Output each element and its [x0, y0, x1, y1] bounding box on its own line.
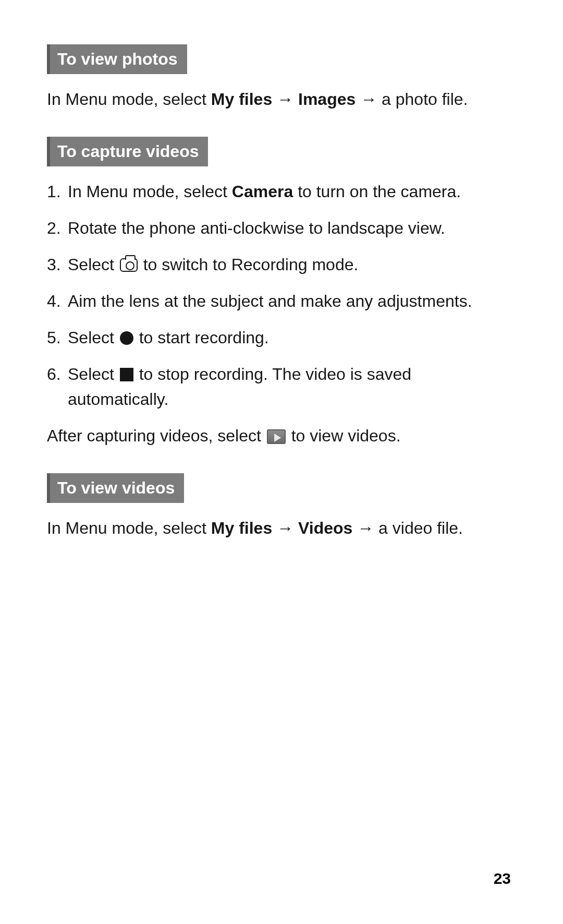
text: to switch to Recording mode. [139, 255, 359, 274]
text: In Menu mode, select [47, 519, 211, 537]
arrow-text: → [356, 90, 382, 109]
text: Select [68, 328, 119, 347]
text: Select [68, 255, 119, 274]
text: Aim the lens at the subject and make any… [68, 292, 472, 310]
step-3: Select to switch to Recording mode. [47, 252, 516, 277]
record-circle-icon [120, 331, 133, 345]
text: After capturing videos, select [47, 426, 266, 445]
text: In Menu mode, select [68, 182, 232, 201]
page-number: 23 [494, 870, 511, 887]
camera-icon [120, 258, 138, 272]
text: a photo file. [382, 90, 468, 109]
manual-page: To view photos In Menu mode, select My f… [0, 0, 563, 597]
text: Rotate the phone anti-clockwise to lands… [68, 219, 445, 237]
bold-text: Images [298, 90, 356, 109]
heading-capture-videos: To capture videos [47, 137, 208, 166]
text: to turn on the camera. [293, 182, 461, 201]
paragraph-view-photos: In Menu mode, select My files → Images →… [47, 87, 516, 112]
step-4: Aim the lens at the subject and make any… [47, 289, 516, 314]
heading-view-videos: To view videos [47, 473, 184, 503]
step-5: Select to start recording. [47, 325, 516, 350]
steps-capture-videos: In Menu mode, select Camera to turn on t… [47, 179, 516, 412]
bold-text: Videos [298, 519, 352, 537]
text: to start recording. [134, 328, 269, 347]
stop-square-icon [120, 368, 133, 381]
step-2: Rotate the phone anti-clockwise to lands… [47, 215, 516, 241]
text: Select [68, 365, 119, 383]
play-icon [267, 429, 286, 444]
bold-text: My files [211, 519, 272, 537]
bold-text: Camera [232, 182, 293, 201]
heading-view-photos: To view photos [47, 44, 187, 74]
text: to view videos. [287, 426, 401, 445]
arrow-text: → [272, 90, 298, 109]
paragraph-after-capture: After capturing videos, select to view v… [47, 423, 516, 448]
arrow-text: → [272, 519, 298, 537]
step-6: Select to stop recording. The video is s… [47, 362, 516, 412]
step-1: In Menu mode, select Camera to turn on t… [47, 179, 516, 204]
text: a video file. [378, 519, 463, 537]
text: In Menu mode, select [47, 90, 211, 109]
paragraph-view-videos: In Menu mode, select My files → Videos →… [47, 515, 516, 541]
bold-text: My files [211, 90, 272, 109]
arrow-text: → [352, 519, 378, 537]
